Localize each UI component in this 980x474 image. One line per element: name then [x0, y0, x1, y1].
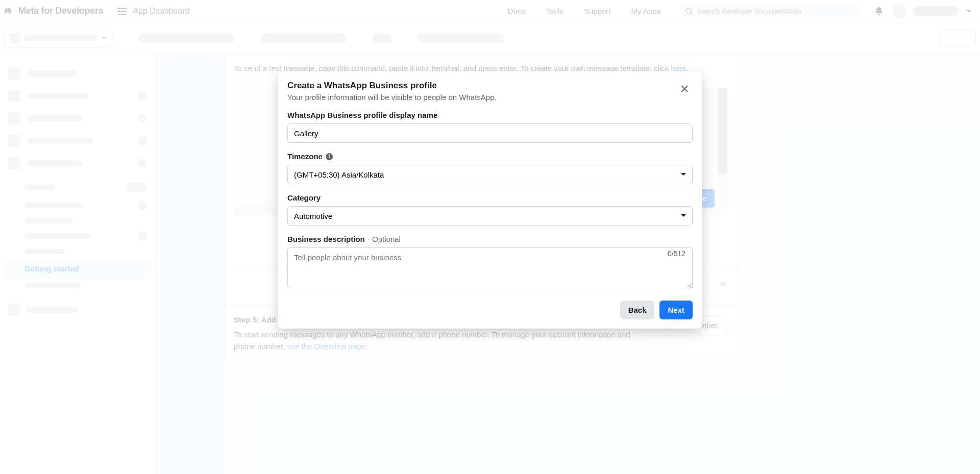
timezone-label: Timezone i [287, 152, 693, 161]
category-label: Category [287, 193, 693, 202]
description-label: Business description · Optional [287, 235, 693, 243]
modal: Create a WhatsApp Business profile Your … [278, 71, 702, 329]
close-button[interactable] [676, 81, 693, 97]
char-count: 0/512 [668, 250, 685, 258]
chevron-down-icon [681, 173, 686, 176]
next-button[interactable]: Next [659, 301, 693, 319]
modal-subtitle: Your profile information will be visible… [287, 93, 497, 102]
close-icon [680, 85, 689, 93]
timezone-select[interactable]: (GMT+05:30) Asia/Kolkata [287, 165, 693, 184]
category-select[interactable]: Automotive [287, 206, 693, 226]
modal-title: Create a WhatsApp Business profile [287, 81, 497, 91]
display-name-label: WhatsApp Business profile display name [287, 111, 693, 119]
chevron-down-icon [681, 214, 686, 217]
info-icon[interactable]: i [326, 153, 333, 160]
back-button[interactable]: Back [620, 301, 655, 319]
display-name-input[interactable] [287, 123, 693, 143]
description-textarea[interactable] [287, 247, 693, 288]
modal-overlay: Create a WhatsApp Business profile Your … [0, 0, 980, 474]
